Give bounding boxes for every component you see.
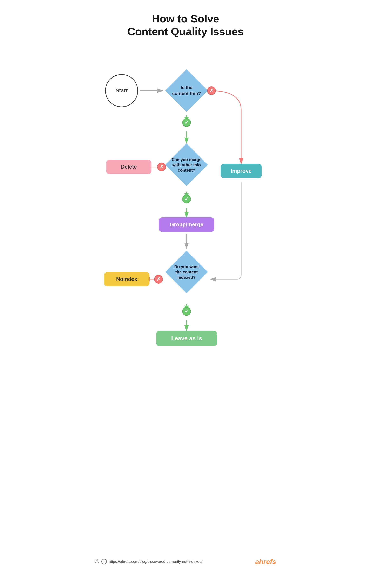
connector-yes-3: ✓	[182, 307, 191, 316]
footer: 🅭 i https://ahrefs.com/blog/discovered-c…	[93, 558, 278, 566]
group-merge-node: Group/merge	[159, 217, 214, 232]
flowchart: Start Is the content thin? ✓ ✗ Can you m…	[93, 55, 278, 549]
diamond1-shape	[163, 67, 210, 114]
diamond3-wrapper: Do you want the content indexed?	[163, 248, 210, 296]
brand-logo: ahrefs	[255, 558, 276, 566]
page-container: How to Solve Content Quality Issues	[93, 0, 278, 566]
diamond2-wrapper: Can you merge with other thin content?	[163, 141, 210, 189]
connector-yes-1: ✓	[182, 118, 191, 127]
noindex-node: Noindex	[104, 272, 149, 286]
main-title: How to Solve Content Quality Issues	[93, 12, 278, 38]
diamond2-shape	[163, 141, 210, 189]
leave-as-is-node: Leave as is	[156, 331, 217, 346]
connector-no-2: ✗	[157, 163, 166, 171]
connector-yes-2: ✓	[182, 195, 191, 203]
footer-url: https://ahrefs.com/blog/discovered-curre…	[109, 560, 202, 564]
connector-no-1: ✗	[207, 86, 216, 95]
arrows-svg	[93, 55, 278, 549]
cc-icon: 🅭	[95, 559, 99, 564]
start-node: Start	[105, 74, 138, 107]
improve-node: Improve	[221, 164, 262, 178]
footer-left: 🅭 i https://ahrefs.com/blog/discovered-c…	[95, 559, 202, 564]
delete-node: Delete	[106, 160, 151, 174]
connector-no-3: ✗	[154, 275, 163, 284]
diamond3-shape	[163, 248, 210, 296]
info-icon: i	[101, 559, 107, 564]
diamond1-wrapper: Is the content thin?	[163, 67, 210, 114]
